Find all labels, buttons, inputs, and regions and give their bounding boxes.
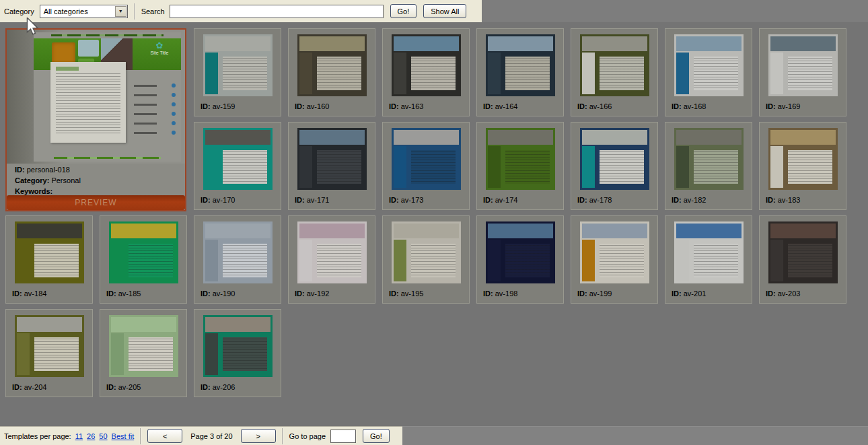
template-card[interactable]: ID: av-163: [382, 28, 470, 116]
chevron-down-icon[interactable]: ▼: [115, 6, 126, 17]
thumb-banner: [394, 130, 459, 145]
thumb-body: [205, 240, 270, 281]
thumb-banner: [17, 317, 82, 332]
show-all-button[interactable]: Show All: [423, 4, 466, 18]
template-card[interactable]: ID: av-183: [759, 122, 846, 210]
template-thumbnail[interactable]: [486, 128, 555, 190]
thumb-page: [596, 240, 647, 281]
template-id-label: ID: av-171: [295, 196, 375, 204]
template-thumbnail[interactable]: [392, 34, 461, 96]
template-card[interactable]: ID: av-173: [382, 122, 470, 210]
template-card[interactable]: ID: av-178: [571, 122, 658, 210]
template-thumbnail[interactable]: [203, 128, 273, 190]
search-input[interactable]: [170, 5, 384, 18]
template-thumbnail[interactable]: [297, 221, 367, 283]
search-go-button[interactable]: Go!: [390, 4, 417, 18]
template-thumbnail[interactable]: [674, 221, 744, 283]
template-thumbnail[interactable]: [15, 315, 84, 377]
per-page-option-26[interactable]: 26: [87, 432, 95, 440]
template-card[interactable]: ID: av-159: [194, 28, 281, 116]
thumb-body: [770, 146, 836, 188]
thumb-sidebar: [111, 240, 124, 281]
thumb-page: [31, 240, 82, 281]
template-card[interactable]: ID: av-171: [288, 122, 375, 210]
template-thumbnail[interactable]: [109, 315, 178, 377]
thumb-body: [770, 240, 836, 281]
template-card[interactable]: ID: av-192: [288, 215, 375, 304]
thumb-page: [408, 146, 459, 188]
template-thumbnail[interactable]: [768, 34, 838, 96]
template-thumbnail[interactable]: [392, 128, 461, 190]
selected-template-thumbnail[interactable]: ✿ Site Title: [7, 30, 185, 164]
template-card[interactable]: ID: av-160: [288, 28, 375, 116]
template-card[interactable]: ID: av-195: [382, 215, 470, 304]
template-card[interactable]: ID: av-185: [100, 215, 187, 304]
template-thumbnail[interactable]: [674, 34, 744, 96]
template-card[interactable]: ID: av-166: [571, 28, 658, 116]
template-card[interactable]: ID: av-169: [759, 28, 846, 116]
thumb-sidebar: [770, 240, 783, 281]
template-thumbnail[interactable]: [768, 221, 838, 283]
template-id-label: ID: av-164: [483, 102, 563, 110]
template-id-label: ID: av-163: [389, 102, 469, 110]
thumb-sidebar: [676, 53, 689, 94]
template-thumbnail[interactable]: [15, 221, 84, 283]
thumb-sidebar: [676, 146, 689, 188]
thumb-page: [314, 146, 365, 188]
thumb-sidebar: [582, 53, 595, 94]
template-thumbnail[interactable]: [203, 315, 273, 377]
thumb-body: [299, 146, 365, 188]
thumb-banner: [770, 130, 836, 145]
template-thumbnail[interactable]: [580, 34, 649, 96]
template-card[interactable]: ID: av-190: [194, 215, 281, 304]
thumb-page: [219, 240, 270, 281]
template-card[interactable]: ID: av-198: [476, 215, 564, 304]
template-card[interactable]: ID: av-170: [194, 122, 281, 210]
thumb-site-logo: ✿ Site Title: [142, 41, 177, 56]
template-card[interactable]: ID: av-205: [100, 309, 187, 397]
template-card[interactable]: ID: av-204: [5, 309, 93, 397]
template-card[interactable]: ID: av-168: [665, 28, 752, 116]
prev-page-button[interactable]: <: [147, 429, 182, 443]
per-page-option-bestfit[interactable]: Best fit: [112, 432, 135, 440]
template-id-label: ID: av-159: [201, 102, 281, 110]
template-thumbnail[interactable]: [392, 221, 461, 283]
preview-button[interactable]: PREVIEW: [7, 195, 185, 210]
thumb-page: [314, 53, 365, 94]
template-card[interactable]: ID: av-203: [759, 215, 846, 304]
template-card[interactable]: ID: av-206: [194, 309, 281, 397]
template-thumbnail[interactable]: [486, 34, 555, 96]
search-label: Search: [141, 7, 165, 15]
template-card[interactable]: ID: av-201: [665, 215, 752, 304]
next-page-button[interactable]: >: [241, 429, 276, 443]
template-thumbnail[interactable]: [297, 34, 367, 96]
template-id-label: ID: av-170: [201, 196, 281, 204]
template-card[interactable]: ID: av-199: [571, 215, 658, 304]
goto-page-input[interactable]: [330, 430, 356, 443]
template-thumbnail[interactable]: [486, 221, 555, 283]
template-thumbnail[interactable]: [203, 221, 273, 283]
template-thumbnail[interactable]: [297, 128, 367, 190]
selected-template-card[interactable]: ✿ Site Title: [5, 28, 186, 211]
template-thumbnail[interactable]: [768, 128, 838, 190]
category-dropdown[interactable]: All categories ▼: [40, 5, 128, 18]
template-card[interactable]: ID: av-182: [665, 122, 752, 210]
template-id-label: ID: av-178: [577, 196, 657, 204]
per-page-option-11[interactable]: 11: [75, 432, 83, 440]
template-thumbnail[interactable]: [580, 221, 649, 283]
selected-template-info: ID: personal-018 Category: Personal Keyw…: [15, 164, 81, 197]
template-thumbnail[interactable]: [580, 128, 649, 190]
template-card[interactable]: ID: av-174: [476, 122, 564, 210]
goto-go-button[interactable]: Go!: [363, 429, 390, 443]
template-thumbnail[interactable]: [109, 221, 178, 283]
thumb-sidebar: [205, 146, 218, 188]
template-thumbnail[interactable]: [674, 128, 744, 190]
template-thumbnail[interactable]: [203, 34, 273, 96]
template-card[interactable]: ID: av-184: [5, 215, 93, 304]
thumb-body: [299, 53, 365, 94]
template-card[interactable]: ID: av-164: [476, 28, 564, 116]
toolbar-separator: [134, 3, 135, 20]
per-page-option-50[interactable]: 50: [99, 432, 107, 440]
thumb-banner: [205, 36, 270, 51]
thumb-sidebar: [488, 146, 501, 188]
